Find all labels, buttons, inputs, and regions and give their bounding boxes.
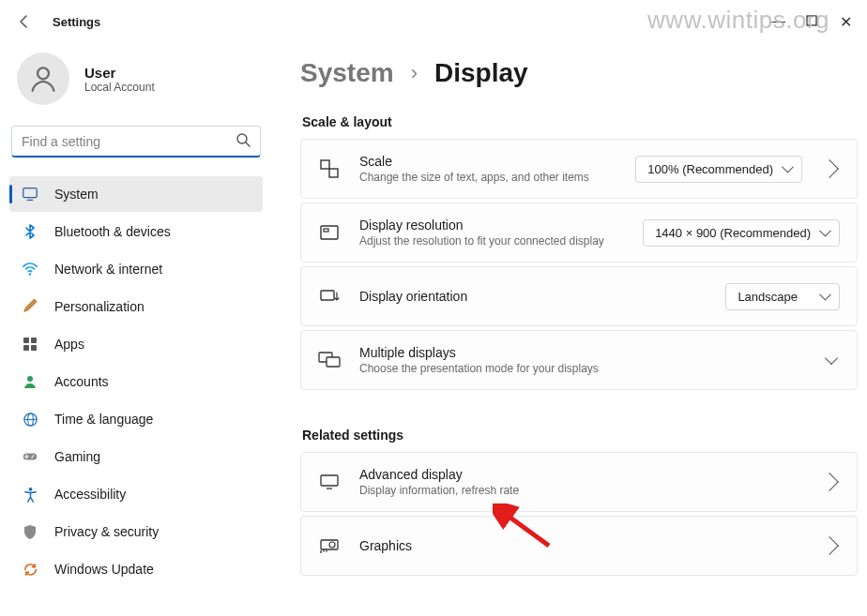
nav-item-network[interactable]: Network & internet — [9, 251, 263, 287]
svg-rect-9 — [23, 345, 29, 351]
globe-icon — [21, 410, 39, 428]
chevron-right-icon[interactable] — [820, 536, 839, 555]
setting-resolution[interactable]: Display resolution Adjust the resolution… — [300, 203, 858, 263]
setting-scale[interactable]: Scale Change the size of text, apps, and… — [300, 139, 858, 199]
svg-point-16 — [33, 455, 35, 457]
gpu-icon — [318, 534, 341, 557]
avatar — [17, 53, 69, 105]
nav-item-privacy[interactable]: Privacy & security — [9, 514, 263, 549]
section-heading-related: Related settings — [302, 428, 858, 443]
nav-item-system[interactable]: System — [9, 176, 263, 212]
chevron-right-icon: › — [411, 61, 418, 85]
system-icon — [21, 185, 39, 203]
scale-icon — [318, 158, 341, 180]
wifi-icon — [21, 260, 39, 278]
svg-rect-22 — [324, 229, 328, 232]
bluetooth-icon — [21, 222, 39, 241]
setting-title: Graphics — [359, 538, 815, 553]
multiple-displays-icon — [318, 349, 341, 371]
setting-title: Multiple displays — [359, 345, 819, 360]
nav-label: Time & language — [54, 412, 153, 427]
nav-item-accounts[interactable]: Accounts — [9, 364, 263, 399]
resolution-icon — [318, 221, 341, 244]
svg-rect-4 — [23, 188, 37, 198]
nav-label: Personalization — [54, 299, 144, 314]
update-icon — [21, 560, 39, 578]
svg-rect-26 — [321, 475, 338, 486]
window-title: Settings — [53, 15, 100, 29]
nav-item-bluetooth[interactable]: Bluetooth & devices — [9, 214, 263, 249]
setting-title: Display resolution — [359, 218, 643, 233]
close-button[interactable]: ✕ — [837, 13, 854, 31]
nav-label: Windows Update — [54, 562, 154, 577]
setting-multiple-displays[interactable]: Multiple displays Choose the presentatio… — [300, 330, 858, 390]
shield-icon — [21, 522, 39, 541]
chevron-right-icon[interactable] — [820, 159, 839, 178]
setting-advanced-display[interactable]: Advanced display Display information, re… — [300, 452, 858, 512]
setting-subtitle: Adjust the resolution to fit your connec… — [359, 234, 643, 248]
svg-rect-21 — [321, 226, 338, 239]
profile-block[interactable]: User Local Account — [9, 47, 263, 122]
svg-rect-19 — [321, 160, 329, 169]
apps-icon — [21, 335, 39, 353]
svg-point-11 — [27, 376, 33, 382]
nav-label: Accessibility — [54, 487, 126, 502]
setting-title: Advanced display — [359, 467, 815, 482]
svg-rect-0 — [807, 16, 816, 25]
setting-graphics[interactable]: Graphics — [300, 516, 858, 576]
monitor-icon — [318, 471, 341, 493]
nav-label: Accounts — [54, 374, 109, 389]
svg-rect-25 — [327, 357, 340, 367]
breadcrumb-parent[interactable]: System — [300, 58, 394, 88]
back-button[interactable] — [13, 10, 36, 33]
sidebar: User Local Account System Blu — [0, 43, 272, 616]
svg-rect-10 — [31, 345, 37, 351]
nav-item-gaming[interactable]: Gaming — [9, 439, 263, 474]
nav-label: Apps — [54, 337, 84, 352]
svg-point-6 — [29, 273, 31, 275]
accessibility-icon — [21, 485, 39, 503]
orientation-dropdown[interactable]: Landscape — [725, 283, 840, 310]
chevron-right-icon[interactable] — [820, 473, 839, 491]
breadcrumb: System › Display — [300, 58, 858, 88]
setting-subtitle: Change the size of text, apps, and other… — [359, 171, 635, 184]
chevron-down-icon[interactable] — [825, 352, 838, 365]
svg-point-29 — [329, 542, 335, 548]
svg-rect-7 — [23, 338, 29, 343]
nav-item-update[interactable]: Windows Update — [9, 551, 263, 587]
person-icon — [21, 372, 39, 391]
breadcrumb-current: Display — [434, 58, 528, 88]
nav-label: System — [54, 187, 99, 202]
nav-label: Network & internet — [54, 262, 162, 277]
svg-point-2 — [237, 134, 247, 143]
nav-list: System Bluetooth & devices Network & int… — [9, 176, 263, 587]
setting-orientation[interactable]: Display orientation Landscape — [300, 266, 858, 326]
nav-item-personalization[interactable]: Personalization — [9, 289, 263, 324]
nav-item-accessibility[interactable]: Accessibility — [9, 476, 263, 512]
search-icon — [236, 132, 251, 150]
maximize-button[interactable] — [803, 15, 820, 29]
section-heading-scale-layout: Scale & layout — [302, 114, 858, 129]
nav-label: Privacy & security — [54, 524, 159, 539]
setting-title: Scale — [359, 154, 635, 169]
setting-subtitle: Choose the presentation mode for your di… — [359, 362, 819, 375]
resolution-dropdown[interactable]: 1440 × 900 (Recommended) — [643, 219, 840, 247]
content-area: System › Display Scale & layout Scale Ch… — [272, 43, 867, 616]
nav-item-apps[interactable]: Apps — [9, 326, 263, 362]
scale-dropdown[interactable]: 100% (Recommended) — [635, 156, 802, 183]
svg-rect-20 — [329, 169, 338, 177]
minimize-button[interactable]: ― — [769, 13, 786, 30]
nav-label: Gaming — [54, 449, 100, 464]
svg-rect-8 — [31, 338, 37, 343]
setting-subtitle: Display information, refresh rate — [359, 484, 815, 497]
svg-point-1 — [38, 68, 49, 79]
search-input[interactable] — [22, 134, 236, 149]
profile-name: User — [84, 65, 155, 81]
setting-title: Display orientation — [359, 289, 725, 304]
orientation-icon — [318, 285, 341, 308]
svg-line-3 — [246, 143, 250, 146]
search-box[interactable] — [11, 126, 261, 158]
profile-subtitle: Local Account — [84, 81, 155, 94]
nav-item-time-language[interactable]: Time & language — [9, 401, 263, 437]
svg-point-17 — [31, 457, 33, 458]
